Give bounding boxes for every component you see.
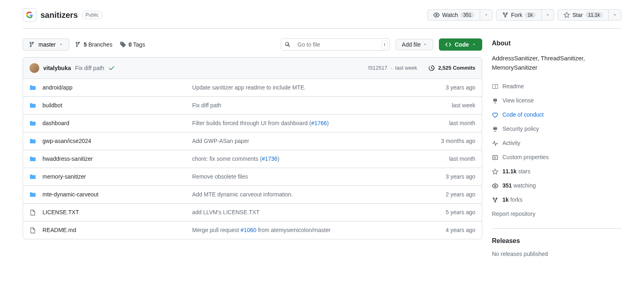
activity-link[interactable]: Activity — [492, 139, 621, 147]
commit-message-cell[interactable]: Merge pull request #1060 from atemysemic… — [192, 226, 431, 234]
file-name-link[interactable]: memory-sanitizer — [42, 173, 86, 180]
commit-date-cell: 4 years ago — [431, 226, 475, 234]
commit-date-cell: last month — [431, 119, 475, 128]
fork-icon — [502, 12, 508, 18]
book-icon — [492, 83, 498, 90]
fork-count: 1k — [525, 12, 536, 18]
chevron-down-icon — [423, 43, 427, 47]
avatar[interactable] — [30, 63, 39, 73]
law-icon — [492, 126, 498, 132]
repo-name[interactable]: sanitizers — [40, 9, 78, 21]
file-search-input[interactable] — [294, 39, 381, 50]
file-row: hwaddress-sanitizerchore: fix some comme… — [23, 150, 482, 168]
commits-link[interactable]: 2,525 Commits — [438, 64, 475, 72]
file-name-link[interactable]: android/app — [42, 84, 72, 91]
watch-count: 351 — [460, 12, 474, 18]
stars-link[interactable]: 11.1k stars — [492, 167, 621, 176]
file-name-link[interactable]: buildbot — [42, 102, 62, 109]
commit-date-cell: 3 years ago — [431, 83, 475, 92]
commit-message-cell[interactable]: Fix diff path — [192, 101, 431, 110]
commit-message-cell[interactable]: Filter builds forced through UI from das… — [192, 119, 431, 128]
file-name-link[interactable]: README.md — [42, 227, 76, 233]
chevron-down-icon — [59, 43, 63, 47]
commit-date: last week — [395, 64, 417, 72]
file-icon — [30, 227, 36, 234]
folder-icon — [30, 102, 36, 109]
commit-message-cell[interactable]: chore: fix some comments (#1736) — [192, 155, 431, 163]
fork-button[interactable]: Fork 1k — [496, 9, 542, 21]
folder-icon — [30, 120, 36, 127]
watch-dropdown[interactable] — [480, 9, 493, 21]
file-name-link[interactable]: hwaddress-sanitizer — [42, 156, 93, 162]
file-row: gwp-asan/icse2024Add GWP-ASan paper3 mon… — [23, 132, 482, 150]
latest-commit-bar: vitalybuka Fix diff path f312517 · last … — [23, 58, 482, 79]
note-icon — [492, 154, 498, 161]
commit-date-cell: 3 years ago — [431, 173, 475, 181]
file-search[interactable]: t — [281, 38, 390, 51]
folder-icon — [30, 85, 36, 91]
file-row: mte-dynamic-carveoutAdd MTE dynamic carv… — [23, 186, 482, 204]
about-heading: About — [492, 38, 621, 48]
star-button[interactable]: Star 11.1k — [557, 9, 609, 21]
file-name-link[interactable]: dashboard — [42, 120, 69, 126]
file-icon — [30, 209, 36, 216]
fork-dropdown[interactable] — [542, 9, 554, 21]
forks-link[interactable]: 1k forks — [492, 196, 621, 204]
file-row: dashboardFilter builds forced through UI… — [23, 115, 482, 132]
commit-date-cell: 3 months ago — [431, 137, 475, 145]
star-count: 11.1k — [585, 12, 603, 18]
report-link[interactable]: Report repository — [492, 207, 621, 221]
org-logo[interactable] — [23, 8, 36, 22]
check-icon[interactable] — [108, 65, 115, 71]
chevron-down-icon — [472, 43, 476, 47]
commit-sha[interactable]: f312517 — [368, 64, 387, 72]
file-name-link[interactable]: LICENSE.TXT — [42, 209, 79, 215]
code-button[interactable]: Code — [439, 38, 482, 51]
commit-message-cell[interactable]: Add GWP-ASan paper — [192, 137, 431, 145]
branch-icon — [29, 41, 35, 48]
branch-icon — [75, 41, 81, 48]
tag-icon — [120, 41, 126, 48]
folder-icon — [30, 138, 36, 145]
heart-icon — [492, 112, 498, 118]
releases-heading[interactable]: Releases — [492, 236, 621, 246]
file-row: buildbotFix diff pathlast week — [23, 97, 482, 115]
search-icon — [281, 41, 294, 48]
kbd-hint: t — [381, 40, 388, 49]
custom-props-link[interactable]: Custom properties — [492, 153, 621, 162]
visibility-badge: Public — [82, 11, 102, 19]
releases-empty: No releases published — [492, 250, 621, 258]
commit-date-cell: last month — [431, 155, 475, 163]
commit-message-cell[interactable]: Remove obsolete files — [192, 173, 431, 181]
history-icon[interactable] — [428, 65, 435, 71]
watching-link[interactable]: 351 watching — [492, 181, 621, 190]
commit-message-cell[interactable]: add LLVM's LICENSE.TXT — [192, 208, 431, 217]
security-link[interactable]: Security policy — [492, 125, 621, 133]
readme-link[interactable]: Readme — [492, 82, 621, 91]
file-row: memory-sanitizerRemove obsolete files3 y… — [23, 168, 482, 186]
branches-link[interactable]: 5 Branches — [75, 40, 112, 49]
tags-link[interactable]: 0 Tags — [120, 40, 145, 49]
commit-message[interactable]: Fix diff path — [75, 64, 104, 72]
commit-author[interactable]: vitalybuka — [43, 64, 71, 72]
file-row: android/appUpdate sanitizer app readme t… — [23, 79, 482, 97]
add-file-button[interactable]: Add file — [396, 39, 433, 50]
watch-button[interactable]: Watch 351 — [427, 9, 480, 21]
file-row: README.mdMerge pull request #1060 from a… — [23, 222, 482, 239]
law-icon — [492, 98, 498, 104]
license-link[interactable]: View license — [492, 96, 621, 105]
code-icon — [445, 41, 451, 48]
coc-link[interactable]: Code of conduct — [492, 111, 621, 119]
commit-message-cell[interactable]: Add MTE dynamic carveout information. — [192, 190, 431, 199]
star-icon — [564, 12, 570, 18]
eye-icon — [433, 12, 440, 18]
file-row: LICENSE.TXTadd LLVM's LICENSE.TXT5 years… — [23, 204, 482, 222]
branch-select-button[interactable]: master — [23, 38, 69, 51]
star-dropdown[interactable] — [609, 9, 621, 21]
file-name-link[interactable]: gwp-asan/icse2024 — [42, 138, 91, 144]
commit-message-cell[interactable]: Update sanitizer app readme to include M… — [192, 83, 431, 92]
about-description: AddressSanitizer, ThreadSanitizer, Memor… — [492, 54, 621, 72]
file-name-link[interactable]: mte-dynamic-carveout — [42, 191, 99, 198]
folder-icon — [30, 192, 36, 198]
eye-icon — [492, 183, 498, 189]
